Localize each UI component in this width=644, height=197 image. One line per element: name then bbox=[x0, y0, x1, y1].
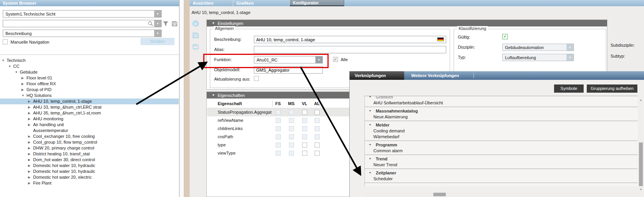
einstellungen-header[interactable]: ▼ Einstellungen bbox=[207, 20, 607, 26]
tree-item[interactable]: ▶Domestic hot water 20, electric bbox=[0, 174, 179, 180]
expand-icon[interactable]: ▶ bbox=[28, 134, 33, 139]
expand-icon[interactable]: ▶ bbox=[28, 151, 33, 157]
aktualisierung-aus-checkbox[interactable] bbox=[254, 76, 259, 81]
search-box[interactable]: ▼ bbox=[3, 20, 162, 27]
send-button[interactable]: Senden bbox=[141, 38, 174, 45]
search-input[interactable] bbox=[3, 21, 148, 26]
tree-item[interactable]: ▶Fire Plant bbox=[0, 180, 179, 186]
link-group-header[interactable]: ▼Zeitplaner bbox=[365, 170, 638, 176]
link-item[interactable]: Neue Alarmierung bbox=[365, 114, 638, 120]
tree-item[interactable]: ▶AHU 10, temp_control, 1-stage bbox=[0, 98, 179, 104]
tree-item[interactable]: ▼Gebäude bbox=[0, 69, 179, 75]
expand-icon[interactable]: ▶ bbox=[28, 174, 33, 180]
save-as-icon[interactable] bbox=[192, 44, 199, 50]
chevron-down-icon[interactable]: ▼ bbox=[567, 54, 574, 61]
link-group-header[interactable]: ▼Trend bbox=[365, 156, 638, 162]
collapse-icon[interactable]: ▼ bbox=[369, 170, 371, 176]
expand-icon[interactable]: ▶ bbox=[21, 87, 26, 93]
tab-konfigurator[interactable]: Konfigurator bbox=[290, 0, 344, 6]
funktion-dropdown[interactable]: Ahu01_RC ▼ bbox=[254, 56, 323, 63]
objektmodell-input[interactable] bbox=[254, 66, 323, 74]
chevron-down-icon[interactable]: ▼ bbox=[315, 56, 322, 63]
gruppierung-aufheben-button[interactable]: Gruppierung aufheben bbox=[587, 84, 637, 93]
collapse-icon[interactable]: ▼ bbox=[369, 96, 371, 100]
tree-item[interactable]: ▶AHU 35, temp_&hum_ctrl,1-st,room bbox=[0, 110, 179, 116]
tab-ansichten[interactable]: Ansichten bbox=[190, 0, 233, 6]
tree-item[interactable]: ▶AHU 33, temp_&hum_ctrl,ERC strat bbox=[0, 104, 179, 110]
close-icon[interactable]: × bbox=[192, 20, 199, 27]
collapse-icon[interactable]: ▼ bbox=[212, 21, 215, 25]
filter-mode-dropdown[interactable]: Beschreibung ▼ bbox=[3, 30, 162, 37]
tree-item[interactable]: ▶Domestic hot water 10, hydraulic bbox=[0, 169, 179, 174]
link-item[interactable]: Common alarm bbox=[365, 148, 638, 154]
alle-checkbox[interactable]: ✓ bbox=[333, 57, 338, 62]
link-group-header[interactable]: ▼Programm bbox=[365, 142, 638, 148]
property-checkbox[interactable] bbox=[315, 142, 320, 148]
expand-icon[interactable]: ▶ bbox=[28, 145, 33, 151]
expand-icon[interactable]: ▶ bbox=[28, 122, 33, 128]
chevron-down-icon[interactable]: ▼ bbox=[154, 30, 161, 37]
property-checkbox[interactable] bbox=[302, 110, 307, 115]
scrollbar-thumb[interactable] bbox=[433, 193, 446, 196]
chevron-down-icon[interactable]: ▼ bbox=[154, 20, 161, 27]
expand-icon[interactable]: ▶ bbox=[28, 98, 33, 104]
typ-dropdown[interactable]: Luftaufbereitung ▼ bbox=[502, 54, 574, 61]
expand-icon[interactable]: ▶ bbox=[28, 180, 33, 186]
symbole-button[interactable]: Symbole bbox=[554, 84, 584, 93]
collapse-icon[interactable]: ▼ bbox=[369, 156, 371, 162]
link-group-header[interactable]: ▼Melder bbox=[365, 122, 638, 128]
horizontal-scrollbar[interactable] bbox=[364, 192, 639, 197]
link-item[interactable]: Wärmebedarf bbox=[365, 134, 638, 140]
tree-item[interactable]: ▶Domestic hot water 10, hydraulic bbox=[0, 163, 179, 169]
tree-item[interactable]: ▶DHW 20, primary charge control bbox=[0, 145, 179, 151]
beschreibung-input[interactable] bbox=[254, 36, 446, 43]
tab-weitere-verknuepfungen[interactable]: Weitere Verknüpfungen bbox=[411, 71, 459, 80]
scroll-down-icon[interactable]: ▼ bbox=[639, 188, 643, 192]
link-item[interactable]: Neuer Trend bbox=[365, 162, 638, 168]
expand-icon[interactable]: ▶ bbox=[21, 81, 26, 87]
property-checkbox[interactable] bbox=[302, 142, 307, 148]
tree-item[interactable]: ▶Floor level 01 bbox=[0, 75, 179, 81]
collapse-icon[interactable]: ▼ bbox=[369, 142, 371, 148]
tree-item[interactable]: ▶AHU monitoring bbox=[0, 116, 179, 122]
expand-icon[interactable]: ▶ bbox=[28, 139, 33, 145]
view-selector-dropdown[interactable]: System1.Technische Sicht ▼ bbox=[3, 10, 162, 18]
property-checkbox[interactable] bbox=[315, 151, 320, 156]
link-item[interactable]: Scheduler bbox=[365, 176, 638, 182]
expand-icon[interactable]: ▶ bbox=[28, 104, 33, 110]
save-icon[interactable] bbox=[192, 32, 199, 39]
expand-icon[interactable]: ▶ bbox=[28, 116, 33, 122]
tree-item[interactable]: ▶Dom_hot water 30, direct control bbox=[0, 157, 179, 163]
collapse-icon[interactable]: ▼ bbox=[2, 58, 7, 63]
tab-verknuepfungen[interactable]: Verknüpfungen bbox=[350, 71, 404, 80]
collapse-icon[interactable]: ▼ bbox=[15, 69, 20, 75]
expand-icon[interactable]: ▶ bbox=[21, 75, 26, 81]
collapse-icon[interactable]: ▼ bbox=[8, 63, 13, 69]
tab-grafiken[interactable]: Grafiken bbox=[233, 0, 290, 6]
property-checkbox[interactable] bbox=[302, 151, 307, 156]
gueltig-checkbox[interactable]: ✓ bbox=[502, 34, 508, 39]
save-icon[interactable] bbox=[172, 21, 178, 26]
tree-item[interactable]: ▶District heating 10, transf_stat bbox=[0, 151, 179, 157]
scroll-up-icon[interactable]: ▲ bbox=[639, 98, 643, 102]
chevron-down-icon[interactable]: ▼ bbox=[154, 11, 161, 17]
disziplin-dropdown[interactable]: Gebäudeautomation ▼ bbox=[502, 44, 574, 51]
tree-item[interactable]: ▶Cool_group 10, flow temp_control bbox=[0, 139, 179, 145]
tree-item[interactable]: ▼Technisch bbox=[0, 58, 179, 63]
expand-icon[interactable]: ▶ bbox=[28, 169, 33, 174]
link-item[interactable]: AHU Sollwertarbeitsablauf-Übersicht bbox=[365, 100, 638, 106]
link-group-header[interactable]: ▼Massnahmenkatalog bbox=[365, 108, 638, 114]
tree-item[interactable]: ▼CC bbox=[0, 63, 179, 69]
tree-item[interactable]: ▶Cool_exchanger 10, free cooling bbox=[0, 134, 179, 139]
filter-icon[interactable] bbox=[163, 21, 169, 26]
property-checkbox[interactable] bbox=[315, 110, 320, 115]
expand-icon[interactable]: ▶ bbox=[28, 163, 33, 169]
vertical-scrollbar[interactable]: ▲ ▼ bbox=[639, 98, 643, 192]
expand-icon[interactable]: ▶ bbox=[28, 110, 33, 116]
tree-item[interactable]: ▶Floor offline RX bbox=[0, 81, 179, 87]
link-group-header[interactable]: ▼Grafiken bbox=[365, 96, 638, 100]
alias-input[interactable] bbox=[254, 46, 446, 53]
tree-item[interactable]: ▼HQ Solutions bbox=[0, 93, 179, 98]
collapse-icon[interactable]: ▼ bbox=[369, 108, 371, 114]
chevron-down-icon[interactable]: ▼ bbox=[567, 44, 574, 51]
